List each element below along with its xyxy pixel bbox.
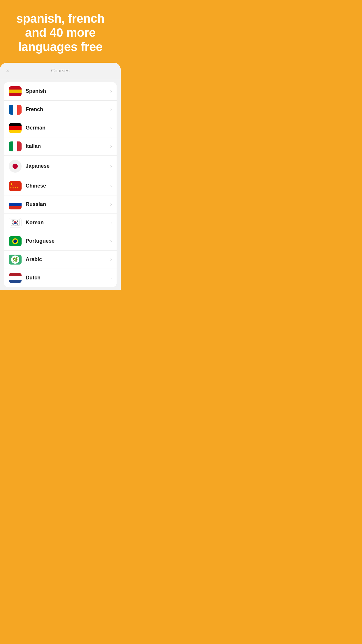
language-item-dutch[interactable]: Dutch ›	[4, 269, 117, 287]
chevron-portuguese: ›	[110, 238, 112, 244]
language-name-chinese: Chinese	[26, 183, 110, 189]
flag-portuguese	[9, 236, 22, 246]
chevron-korean: ›	[110, 220, 112, 226]
language-name-korean: Korean	[26, 220, 110, 226]
flag-russian	[9, 200, 22, 209]
language-list: Spanish › French ›	[0, 79, 121, 290]
header-title: spanish, french and 40 more languages fr…	[9, 12, 112, 54]
flag-japanese	[9, 160, 22, 173]
flag-spanish	[9, 86, 22, 96]
language-card: Spanish › French ›	[4, 82, 117, 287]
language-item-russian[interactable]: Russian ›	[4, 195, 117, 214]
chevron-dutch: ›	[110, 275, 112, 281]
flag-chinese: ★ ★ ★ ★ ★	[9, 181, 22, 191]
japanese-circle	[13, 164, 18, 169]
language-item-italian[interactable]: Italian ›	[4, 137, 117, 156]
language-item-portuguese[interactable]: Portuguese ›	[4, 232, 117, 251]
language-item-german[interactable]: German ›	[4, 119, 117, 137]
flag-dutch	[9, 273, 22, 283]
flag-arabic: 🌿	[9, 255, 22, 265]
chevron-arabic: ›	[110, 256, 112, 262]
flag-italian	[9, 141, 22, 151]
language-name-russian: Russian	[26, 201, 110, 207]
language-name-german: German	[26, 125, 110, 131]
language-item-french[interactable]: French ›	[4, 101, 117, 119]
language-item-spanish[interactable]: Spanish ›	[4, 82, 117, 101]
chevron-italian: ›	[110, 143, 112, 149]
flag-korean: 🇰🇷	[9, 218, 22, 228]
close-button[interactable]: ×	[6, 68, 9, 74]
chevron-spanish: ›	[110, 88, 112, 94]
chevron-japanese: ›	[110, 163, 112, 169]
flag-german	[9, 123, 22, 133]
chevron-german: ›	[110, 125, 112, 131]
language-name-portuguese: Portuguese	[26, 238, 110, 244]
language-name-italian: Italian	[26, 143, 110, 149]
language-name-arabic: Arabic	[26, 256, 110, 262]
card-title: Courses	[51, 68, 69, 74]
language-item-arabic[interactable]: 🌿 Arabic ›	[4, 251, 117, 269]
chevron-french: ›	[110, 106, 112, 113]
chevron-russian: ›	[110, 201, 112, 207]
language-item-chinese[interactable]: ★ ★ ★ ★ ★ Chinese ›	[4, 177, 117, 195]
language-name-dutch: Dutch	[26, 275, 110, 281]
language-item-korean[interactable]: 🇰🇷 Korean ›	[4, 214, 117, 232]
flag-french	[9, 105, 22, 115]
card-header: × Courses	[0, 63, 121, 79]
header-section: spanish, french and 40 more languages fr…	[0, 0, 121, 63]
language-name-japanese: Japanese	[26, 163, 110, 169]
language-name-spanish: Spanish	[26, 88, 110, 94]
language-name-french: French	[26, 106, 110, 113]
language-item-japanese[interactable]: Japanese ›	[4, 156, 117, 177]
chevron-chinese: ›	[110, 183, 112, 189]
courses-card: × Courses Spanish ›	[0, 63, 121, 290]
